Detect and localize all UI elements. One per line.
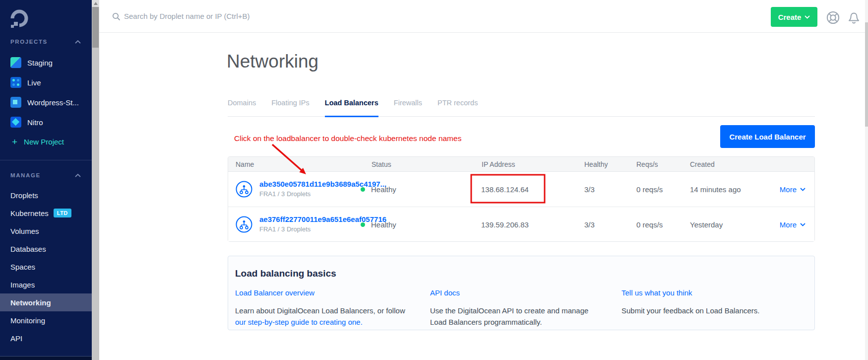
- basics-text: Submit your feedback on Load Balancers.: [621, 306, 760, 315]
- sidebar-item-label: Databases: [10, 245, 46, 253]
- sidebar-item-kubernetes[interactable]: Kubernetes LTD: [0, 204, 92, 222]
- page-scrollbar-thumb[interactable]: [865, 22, 868, 127]
- sidebar-divider: [0, 160, 92, 160]
- healthy-status-dot: [361, 222, 365, 227]
- sidebar-item-nitro[interactable]: Nitro: [0, 112, 92, 132]
- create-button[interactable]: Create: [771, 7, 817, 27]
- load-balancing-basics-panel: Load balancing basics Load Balancer over…: [228, 256, 815, 330]
- new-project-button[interactable]: + New Project: [0, 132, 92, 151]
- sidebar-item-label: Kubernetes: [10, 209, 49, 217]
- column-header-ip: IP Address: [482, 157, 515, 172]
- sidebar-item-monitoring[interactable]: Monitoring: [0, 311, 92, 329]
- page-scrollbar: [865, 0, 868, 360]
- chevron-up-icon[interactable]: [75, 174, 81, 177]
- requests-cell: 0 reqs/s: [636, 207, 663, 242]
- table-row[interactable]: abe350e05781d11e9b3689a5c4197... FRA1 / …: [228, 172, 814, 207]
- project-avatar-live: [10, 77, 21, 88]
- status-label: Healthy: [371, 185, 396, 194]
- sidebar-item-label: Nitro: [27, 118, 43, 127]
- column-header-created: Created: [690, 157, 715, 172]
- load-balancer-region: FRA1 / 3 Droplets: [259, 225, 310, 233]
- basics-text: Learn about DigitalOcean Load Balancers,…: [235, 306, 405, 315]
- manage-section-header: MANAGE: [0, 172, 92, 179]
- column-header-status: Status: [372, 157, 391, 172]
- sidebar-item-label: Staging: [27, 59, 53, 67]
- sidebar-scrollbar: [92, 0, 99, 360]
- sidebar-item-label: Networking: [10, 298, 51, 307]
- tab-load-balancers[interactable]: Load Balancers: [325, 99, 378, 117]
- load-balancer-region: FRA1 / 3 Droplets: [259, 190, 310, 198]
- basics-column-overview: Load Balancer overview Learn about Digit…: [235, 287, 414, 328]
- sidebar-item-live[interactable]: Live: [0, 72, 92, 92]
- tab-ptr-records[interactable]: PTR records: [437, 99, 478, 116]
- annotation-text: Click on the loadbalancer to double-chec…: [234, 134, 461, 143]
- sidebar-item-label: Live: [27, 78, 41, 87]
- column-header-healthy: Healthy: [584, 157, 608, 172]
- tab-firewalls[interactable]: Firewalls: [394, 99, 422, 116]
- column-header-reqs: Reqs/s: [636, 157, 658, 172]
- project-avatar-nitro: [10, 117, 21, 128]
- load-balancer-overview-link[interactable]: Load Balancer overview: [235, 287, 414, 298]
- ltd-badge: LTD: [54, 209, 71, 217]
- more-label: More: [780, 220, 797, 229]
- scrollbar-thumb[interactable]: [92, 7, 99, 48]
- sidebar-item-label: Monitoring: [10, 316, 45, 325]
- project-avatar-staging: [10, 57, 21, 68]
- tab-floating-ips[interactable]: Floating IPs: [271, 99, 310, 116]
- table-row[interactable]: ae376ff22770011e9a651e6eaf057716 FRA1 / …: [228, 207, 814, 241]
- sidebar-item-droplets[interactable]: Droplets: [0, 186, 92, 204]
- feedback-link[interactable]: Tell us what you think: [621, 287, 800, 298]
- api-docs-link[interactable]: API docs: [430, 287, 599, 298]
- sidebar-item-networking[interactable]: Networking: [0, 293, 92, 311]
- basics-column-feedback: Tell us what you think Submit your feedb…: [621, 287, 800, 316]
- create-button-label: Create: [778, 13, 802, 21]
- project-avatar-wordpress: [10, 97, 21, 108]
- notifications-bell-icon[interactable]: [847, 11, 861, 24]
- step-by-step-guide-link[interactable]: our step-by-step guide to creating one.: [235, 316, 414, 328]
- column-header-name: Name: [236, 157, 254, 172]
- created-cell: 14 minutes ago: [690, 172, 741, 207]
- sidebar-item-label: Spaces: [10, 263, 35, 271]
- page-title: Networking: [227, 51, 318, 72]
- sidebar-item-label: API: [10, 334, 22, 343]
- ip-address-cell: 138.68.124.64: [481, 172, 529, 207]
- sidebar-item-spaces[interactable]: Spaces: [0, 258, 92, 276]
- status-label: Healthy: [371, 220, 396, 229]
- sidebar-item-label: Droplets: [10, 191, 38, 200]
- tab-domains[interactable]: Domains: [228, 99, 256, 116]
- sidebar-item-label: Volumes: [10, 227, 39, 235]
- more-menu-button[interactable]: More: [780, 207, 806, 242]
- healthy-count-cell: 3/3: [584, 172, 595, 207]
- more-menu-button[interactable]: More: [780, 172, 806, 207]
- support-lifebuoy-icon[interactable]: [826, 11, 840, 24]
- status-cell: Healthy: [361, 207, 396, 242]
- sidebar-item-images[interactable]: Images: [0, 276, 92, 293]
- sidebar: PROJECTS Staging Live Wordpress-St...: [0, 0, 92, 360]
- digitalocean-control-panel: PROJECTS Staging Live Wordpress-St...: [0, 0, 868, 360]
- create-load-balancer-button[interactable]: Create Load Balancer: [720, 125, 815, 148]
- sidebar-item-label: Images: [10, 281, 35, 289]
- projects-section-header: PROJECTS: [0, 38, 92, 45]
- sidebar-item-staging[interactable]: Staging: [0, 53, 92, 72]
- sidebar-item-api[interactable]: API: [0, 329, 92, 347]
- chevron-down-icon: [800, 223, 806, 226]
- ip-address-cell: 139.59.206.83: [481, 207, 529, 242]
- load-balancer-table: Name Status IP Address Healthy Reqs/s Cr…: [228, 156, 815, 242]
- healthy-status-dot: [361, 187, 365, 192]
- sidebar-item-volumes[interactable]: Volumes: [0, 222, 92, 240]
- search-input[interactable]: [123, 8, 331, 24]
- search-icon: [112, 12, 121, 21]
- sidebar-item-wordpress[interactable]: Wordpress-St...: [0, 92, 92, 112]
- basics-text: Use the DigitalOcean API to create and m…: [430, 306, 588, 326]
- sidebar-footer-divider: [0, 356, 92, 360]
- tab-bar: Domains Floating IPs Load Balancers Fire…: [228, 99, 815, 117]
- status-cell: Healthy: [361, 172, 396, 207]
- new-project-label: New Project: [24, 138, 64, 146]
- chevron-up-icon[interactable]: [75, 40, 81, 44]
- scroll-up-button[interactable]: [92, 0, 99, 7]
- more-label: More: [780, 185, 797, 194]
- basics-column-api: API docs Use the DigitalOcean API to cre…: [430, 287, 599, 328]
- projects-header-label: PROJECTS: [10, 39, 48, 45]
- sidebar-item-databases[interactable]: Databases: [0, 240, 92, 258]
- table-header-row: Name Status IP Address Healthy Reqs/s Cr…: [228, 157, 814, 172]
